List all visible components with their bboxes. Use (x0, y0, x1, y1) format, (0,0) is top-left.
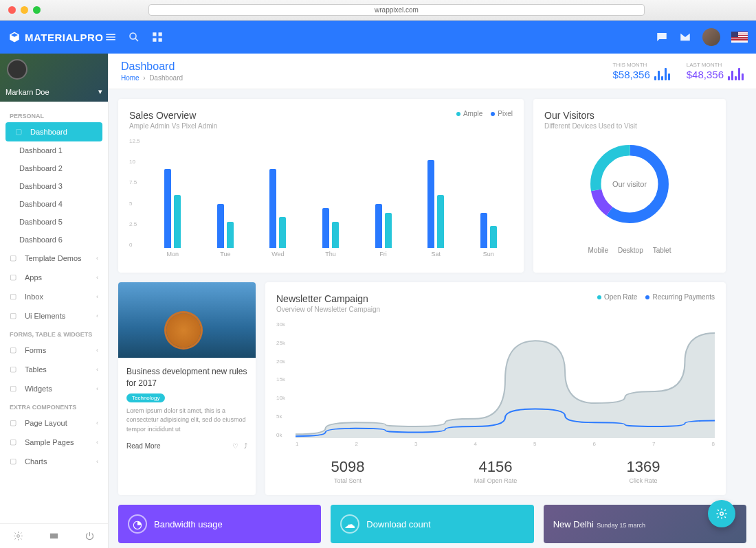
sparkline-last-month (728, 68, 744, 80)
sidebar-item[interactable]: ▢Apps‹ (0, 268, 108, 287)
metric-last-month: LAST MONTH $48,356 (687, 62, 744, 80)
brand-logo[interactable]: MATERIALPRO (8, 31, 104, 43)
user-avatar[interactable] (702, 28, 720, 46)
sales-bar-chart: 12.5107.552.50 MonTueWedThuFriSatSun (129, 138, 513, 262)
sidebar-item[interactable]: ▢Dashboard (5, 122, 102, 141)
sidebar-item[interactable]: ▢Inbox‹ (0, 287, 108, 306)
newsletter-title: Newsletter Campaign (276, 293, 380, 304)
search-icon[interactable] (128, 31, 140, 43)
news-title: Business development new rules for 2017 (126, 366, 247, 389)
svg-rect-1 (153, 32, 156, 36)
sidebar-item[interactable]: ▢Charts‹ (0, 452, 108, 471)
chevron-icon: ‹ (96, 293, 98, 300)
newsletter-subtitle: Overview of Newsletter Campaign (276, 306, 380, 313)
stat: 1369Click Rate (626, 458, 660, 484)
visitors-legend: Mobile Desktop Tablet (544, 247, 715, 254)
mail-footer-icon[interactable] (49, 531, 59, 541)
maximize-window[interactable] (33, 6, 41, 14)
minimize-window[interactable] (21, 6, 28, 14)
power-icon[interactable] (85, 531, 95, 541)
nav-icon: ▢ (10, 253, 19, 263)
flag-us[interactable] (731, 32, 748, 43)
svg-rect-6 (50, 534, 58, 539)
news-tag[interactable]: Technology (126, 393, 165, 402)
breadcrumb-current: Dashboard (149, 74, 183, 82)
svg-point-0 (130, 33, 136, 39)
sidebar-item[interactable]: Dashboard 4 (0, 195, 108, 213)
visitors-subtitle: Different Devices Used to Visit (544, 122, 715, 130)
breadcrumb-home[interactable]: Home (121, 74, 140, 82)
nav-icon: ▢ (10, 292, 19, 301)
sidebar-item[interactable]: ▢Template Demos‹ (0, 249, 108, 268)
sparkline-this-month (654, 68, 670, 80)
menu-icon[interactable] (104, 31, 117, 43)
nav-icon: ▢ (10, 345, 19, 355)
stat: 4156Mail Open Rate (474, 458, 518, 484)
topbar: MATERIALPRO (0, 21, 756, 54)
sidebar-item[interactable]: Dashboard 1 (0, 141, 108, 159)
read-more-link[interactable]: Read More (126, 442, 160, 450)
sidebar-item[interactable]: ▢Ui Elements‹ (0, 306, 108, 326)
nav-icon: ▢ (10, 384, 19, 393)
svg-rect-4 (159, 38, 162, 42)
news-body: Lorem ipsum dolor sit amet, this is a co… (126, 407, 247, 435)
page-header: Dashboard Home › Dashboard THIS MONTH $5… (109, 54, 756, 89)
nav-icon: ▢ (15, 127, 25, 137)
chevron-down-icon: ▾ (98, 87, 102, 96)
share-icon[interactable]: ⤴ (244, 442, 247, 450)
sidebar-item[interactable]: ▢Page Layout‹ (0, 413, 108, 433)
close-window[interactable] (8, 6, 16, 14)
chevron-icon: ‹ (96, 255, 98, 262)
svg-point-5 (16, 535, 19, 538)
sidebar-item[interactable]: ▢Widgets‹ (0, 379, 108, 398)
logo-icon (8, 31, 21, 43)
sidebar-item[interactable]: ▢Forms‹ (0, 341, 108, 360)
sales-overview-card: Sales Overview Ample Admin Vs Pixel Admi… (118, 99, 524, 273)
nav-icon: ▢ (10, 437, 19, 447)
profile-avatar (7, 59, 27, 80)
svg-rect-3 (153, 38, 156, 42)
profile-header[interactable]: Markarn Doe▾ (0, 54, 108, 102)
apps-icon[interactable] (151, 31, 164, 43)
visitors-title: Our Visitors (544, 110, 715, 121)
user-name: Markarn Doe (5, 88, 49, 96)
chevron-icon: ‹ (96, 312, 98, 319)
news-card: Business development new rules for 2017 … (118, 282, 256, 495)
newsletter-card: Newsletter Campaign Overview of Newslett… (265, 282, 726, 495)
chevron-icon: ‹ (96, 458, 98, 465)
page-title: Dashboard (121, 60, 183, 73)
sidebar-item[interactable]: ▢Tables‹ (0, 360, 108, 379)
cloud-download-icon: ☁ (340, 514, 359, 534)
sidebar-item[interactable]: Dashboard 3 (0, 177, 108, 195)
sidebar: Markarn Doe▾ PERSONAL▢DashboardDashboard… (0, 54, 109, 548)
bandwidth-tile[interactable]: ◔ Bandwidth usage (118, 505, 321, 543)
news-image (118, 282, 256, 358)
fab-settings[interactable] (708, 500, 735, 527)
gear-icon (715, 507, 728, 520)
settings-icon[interactable] (13, 531, 23, 541)
sidebar-item[interactable]: ▢Sample Pages‹ (0, 433, 108, 452)
breadcrumb: Home › Dashboard (121, 74, 183, 82)
heart-icon[interactable]: ♡ (232, 442, 238, 450)
stat: 5098Total Sent (331, 458, 365, 484)
url-bar[interactable]: wrappixel.com (148, 4, 645, 16)
metric-this-month: THIS MONTH $58,356 (613, 62, 670, 80)
svg-rect-2 (159, 32, 162, 36)
nav-icon: ▢ (10, 273, 19, 282)
download-tile[interactable]: ☁ Download count (331, 505, 533, 543)
brand-text: MATERIALPRO (25, 32, 103, 43)
sidebar-item[interactable]: Dashboard 5 (0, 213, 108, 231)
chevron-icon: ‹ (96, 439, 98, 446)
visitors-donut: Our visitor (585, 139, 674, 229)
sidebar-item[interactable]: Dashboard 2 (0, 159, 108, 177)
nav-icon: ▢ (10, 311, 19, 321)
sidebar-item[interactable]: Dashboard 6 (0, 231, 108, 249)
sidebar-section: FORMS, TABLE & WIDGETS (0, 326, 108, 341)
visitors-card: Our Visitors Different Devices Used to V… (533, 99, 726, 273)
sidebar-section: PERSONAL (0, 107, 108, 122)
messages-icon[interactable] (656, 31, 668, 43)
sales-legend: Ample Pixel (456, 110, 513, 117)
chevron-icon: ‹ (96, 385, 98, 392)
mail-icon[interactable] (679, 31, 691, 43)
nav-icon: ▢ (10, 418, 19, 428)
